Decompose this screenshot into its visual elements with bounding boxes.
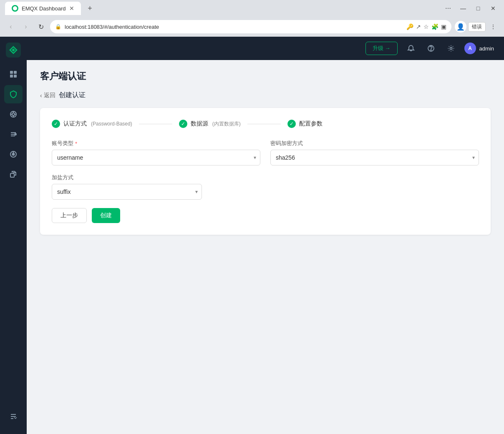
address-bar[interactable]: 🔒 localhost:18083/#/authentication/creat… [50, 20, 451, 33]
svg-rect-2 [10, 71, 13, 74]
new-tab-button[interactable]: + [84, 3, 96, 14]
window-menu-button[interactable]: ⋯ [442, 3, 454, 14]
upgrade-button[interactable]: 升级 → [365, 42, 398, 55]
sidebar-toggle-icon[interactable]: ▣ [441, 23, 446, 30]
svg-rect-3 [14, 71, 17, 74]
sidebar-item-rules[interactable] [4, 125, 23, 143]
browser-tab[interactable]: EMQX Dashboard ✕ [5, 2, 81, 15]
svg-rect-4 [10, 75, 13, 78]
star-icon[interactable]: ☆ [423, 23, 429, 30]
sidebar-item-monitoring[interactable] [4, 145, 23, 163]
password-hash-select-wrapper: sha256 md5 sha bcrypt pbkdf2 ▾ [270, 150, 479, 166]
account-type-group: 账号类型 * username clientid ▾ [52, 140, 260, 166]
tab-favicon [12, 5, 18, 12]
svg-point-19 [450, 48, 452, 50]
sidebar-collapse-button[interactable] [4, 407, 23, 426]
step-3-label: 配置参数 [299, 120, 323, 128]
forward-button[interactable]: › [20, 21, 32, 33]
sidebar [0, 37, 27, 434]
svg-point-0 [13, 6, 17, 10]
prev-button[interactable]: 上一步 [52, 208, 87, 223]
config-form: 账号类型 * username clientid ▾ [52, 140, 479, 223]
profile-icon: 👤 [456, 23, 465, 31]
window-minimize-button[interactable]: — [457, 3, 469, 14]
password-hash-select[interactable]: sha256 md5 sha bcrypt pbkdf2 [270, 150, 479, 166]
breadcrumb: ‹ 返回 创建认证 [40, 91, 491, 100]
sidebar-item-plugins[interactable] [4, 165, 23, 183]
refresh-button[interactable]: ↻ [35, 21, 47, 33]
svg-point-12 [15, 133, 16, 135]
create-auth-card: ✓ 认证方式 (Password-Based) ✓ 数据源 (内置数据库) ✓ … [40, 108, 491, 235]
sidebar-logo[interactable] [5, 42, 22, 58]
step-1-label: 认证方式 [63, 120, 87, 128]
password-hash-label: 密码加密方式 [270, 140, 479, 147]
account-type-select-wrapper: username clientid ▾ [52, 150, 260, 166]
page-title: 客户端认证 [40, 70, 491, 83]
user-menu[interactable]: A admin [464, 43, 494, 54]
topbar: 升级 → A [27, 37, 504, 60]
share-icon[interactable]: ↗ [416, 23, 421, 30]
step-divider-2 [247, 124, 281, 124]
user-label: admin [479, 45, 494, 52]
sidebar-item-acl[interactable] [4, 105, 23, 123]
help-button[interactable] [424, 42, 438, 55]
sidebar-item-dashboard[interactable] [4, 65, 23, 83]
form-row-1: 账号类型 * username clientid ▾ [52, 140, 479, 166]
step-1: ✓ 认证方式 (Password-Based) [52, 120, 132, 128]
notification-button[interactable] [404, 42, 418, 55]
profile-button[interactable]: 👤 [455, 21, 466, 33]
create-button[interactable]: 创建 [92, 208, 120, 223]
account-type-select[interactable]: username clientid [52, 150, 260, 166]
key-icon[interactable]: 🔑 [406, 23, 413, 30]
step-2-sub: (内置数据库) [212, 120, 241, 128]
step-1-sub: (Password-Based) [91, 121, 132, 127]
sidebar-item-authentication[interactable] [4, 85, 23, 103]
tab-title: EMQX Dashboard [22, 5, 66, 12]
main-content: 升级 → A [27, 37, 504, 434]
step-3-check-icon: ✓ [287, 120, 296, 128]
account-type-label: 账号类型 * [52, 140, 260, 147]
back-button[interactable]: ‹ [5, 21, 17, 33]
back-label: 返回 [44, 92, 55, 99]
user-avatar: A [464, 43, 476, 54]
step-3: ✓ 配置参数 [287, 120, 323, 128]
svg-rect-16 [10, 173, 14, 177]
svg-point-18 [431, 50, 431, 50]
password-hash-group: 密码加密方式 sha256 md5 sha bcrypt pbkdf2 ▾ [270, 140, 479, 166]
form-row-2: 加盐方式 suffix prefix disable ▾ [52, 174, 479, 200]
url-text: localhost:18083/#/authentication/create [65, 24, 403, 30]
window-maximize-button[interactable]: □ [472, 3, 484, 14]
back-link[interactable]: ‹ 返回 [40, 92, 55, 99]
salt-group: 加盐方式 suffix prefix disable ▾ [52, 174, 202, 200]
placeholder-group [212, 174, 479, 200]
step-divider-1 [139, 124, 172, 124]
step-2: ✓ 数据源 (内置数据库) [179, 120, 241, 128]
extension-icon[interactable]: 🧩 [431, 23, 438, 30]
translate-button[interactable]: 错误 [468, 22, 486, 32]
window-close-button[interactable]: ✕ [487, 3, 499, 14]
svg-point-14 [13, 153, 15, 156]
steps-indicator: ✓ 认证方式 (Password-Based) ✓ 数据源 (内置数据库) ✓ … [52, 120, 479, 128]
step-1-check-icon: ✓ [52, 120, 60, 128]
breadcrumb-current: 创建认证 [59, 91, 86, 100]
salt-label: 加盐方式 [52, 174, 202, 181]
svg-rect-5 [14, 75, 17, 78]
account-type-required: * [75, 140, 77, 147]
salt-select[interactable]: suffix prefix disable [52, 184, 202, 200]
browser-menu-button[interactable]: ⋮ [487, 21, 499, 33]
settings-button[interactable] [444, 42, 458, 55]
salt-select-wrapper: suffix prefix disable ▾ [52, 184, 202, 200]
step-2-check-icon: ✓ [179, 120, 187, 128]
svg-point-7 [12, 113, 15, 115]
step-2-label: 数据源 [191, 120, 208, 128]
tab-close-button[interactable]: ✕ [69, 5, 74, 12]
back-chevron-icon: ‹ [40, 92, 42, 99]
form-actions: 上一步 创建 [52, 208, 479, 223]
secure-icon: 🔒 [55, 24, 61, 30]
